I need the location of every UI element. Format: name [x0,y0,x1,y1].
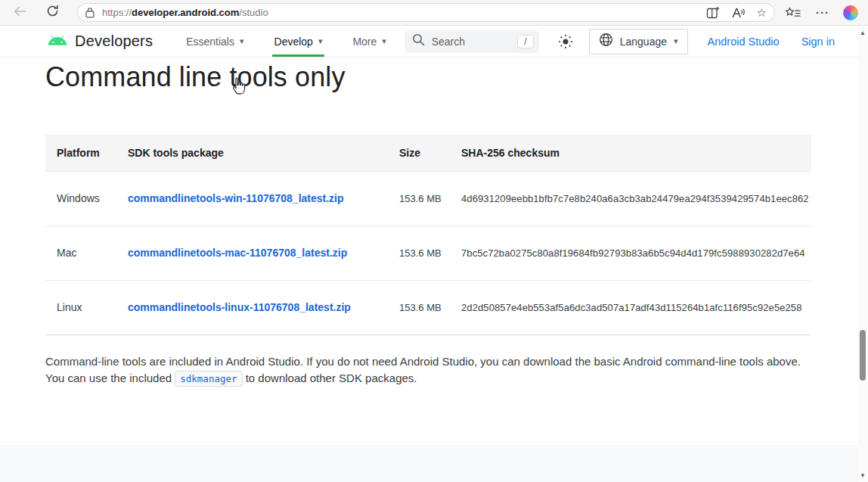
sdk-tools-table: Platform SDK tools package Size SHA-256 … [45,135,811,335]
theme-toggle-button[interactable] [558,34,573,49]
brand-name: Developers [75,33,153,50]
platform-cell: Linux [45,280,125,334]
developers-logo-link[interactable]: Developers [47,26,153,57]
chevron-down-icon: ▾ [674,37,678,45]
refresh-button[interactable] [46,5,59,20]
col-header-package: SDK tools package [125,135,399,171]
search-shortcut-badge: / [517,35,533,48]
page-viewport: Developers Essentials ▾ Develop ▾ More ▾ [0,26,868,482]
address-bar[interactable]: https://developer.android.com/studio ☆ [77,3,775,22]
browser-toolbar: https://developer.android.com/studio ☆ [0,0,868,26]
header-right: / Language [405,26,835,57]
chevron-down-icon: ▾ [240,37,244,45]
language-select[interactable]: Language ▾ [589,29,688,54]
size-cell: 153.6 MB [399,225,461,280]
nav-item-develop[interactable]: Develop ▾ [274,26,323,57]
chevron-down-icon: ▾ [318,37,323,45]
refresh-icon [46,5,59,20]
note-paragraph: Command-line tools are included in Andro… [45,353,814,387]
chevron-down-icon: ▾ [382,37,386,45]
url-text: https://developer.android.com/studio [102,7,706,18]
table-header-row: Platform SDK tools package Size SHA-256 … [45,135,811,171]
vertical-scrollbar[interactable]: ▲ ▼ [857,26,868,482]
checksum-cell: 4d6931209eebb1bfb7c7e8b240a6a3cb3ab24479… [461,171,811,225]
page-footer [0,445,857,482]
android-studio-link[interactable]: Android Studio [708,36,780,48]
more-menu-button[interactable]: ··· [816,6,829,19]
nav-item-more[interactable]: More ▾ [352,26,386,57]
favorites-button[interactable] [785,7,801,19]
search-input[interactable] [432,36,507,48]
android-logo-icon [47,34,68,48]
read-aloud-button[interactable] [732,7,745,18]
checksum-cell: 7bc5c72ba0275c80a8f19684fb92793b83a6b5c9… [461,225,811,280]
sun-icon [558,34,573,49]
col-header-checksum: SHA-256 checksum [461,135,811,171]
split-screen-button[interactable] [706,6,720,20]
active-tab-underline [272,54,325,57]
col-header-platform: Platform [45,135,125,171]
package-download-link[interactable]: commandlinetools-mac-11076708_latest.zip [128,247,347,259]
package-download-link[interactable]: commandlinetools-win-11076708_latest.zip [128,192,344,204]
page-title: Command line tools only [45,61,822,94]
platform-cell: Windows [45,171,125,225]
col-header-size: Size [399,135,461,171]
scrollbar-down-arrow-icon[interactable]: ▼ [857,472,868,479]
back-arrow-icon [13,5,26,20]
scrollbar-thumb[interactable] [860,330,866,381]
table-row-windows: Windows commandlinetools-win-11076708_la… [45,171,811,225]
table-row-linux: Linux commandlinetools-linux-11076708_la… [45,280,811,334]
search-box[interactable]: / [405,30,539,53]
globe-icon [599,33,613,50]
favorite-star-button[interactable]: ☆ [757,7,767,18]
sdkmanager-code-link[interactable]: sdkmanager [175,371,242,387]
nav-item-essentials[interactable]: Essentials ▾ [186,26,243,57]
back-button[interactable] [13,5,26,20]
size-cell: 153.6 MB [399,280,461,334]
sign-in-link[interactable]: Sign in [801,36,835,48]
checksum-cell: 2d2d50857e4eb553af5a6dc3ad507a17adf43d11… [461,280,811,334]
platform-cell: Mac [45,225,125,280]
site-header: Developers Essentials ▾ Develop ▾ More ▾ [0,26,868,58]
copilot-icon[interactable] [843,5,858,20]
table-row-mac: Mac commandlinetools-mac-11076708_latest… [45,225,811,280]
lock-icon[interactable] [85,7,95,18]
language-label: Language [620,36,667,48]
scrollbar-up-arrow-icon[interactable]: ▲ [857,30,868,36]
search-icon [412,33,425,49]
package-download-link[interactable]: commandlinetools-linux-11076708_latest.z… [128,301,351,313]
main-content: Command line tools only Platform SDK too… [0,61,868,387]
size-cell: 153.6 MB [399,171,461,225]
main-nav: Essentials ▾ Develop ▾ More ▾ [186,26,386,57]
